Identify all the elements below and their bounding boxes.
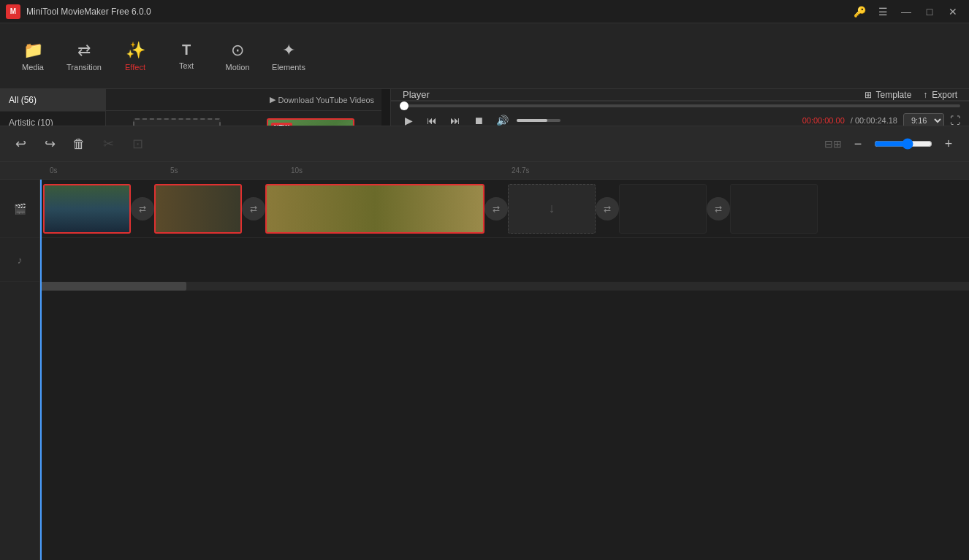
template-button[interactable]: ⊞ Template — [864, 90, 912, 100]
track-content[interactable]: ⇄ ⇄ ⇄ ↓ ⇄ ⇄ — [40, 180, 969, 560]
video-track-label: 🎬 — [0, 180, 39, 238]
tab-media[interactable]: 📁 Media — [7, 31, 58, 82]
minimize-button[interactable]: — — [896, 4, 916, 20]
export-button[interactable]: ↑ Export — [923, 90, 957, 100]
volume-fill — [517, 119, 547, 122]
main-layout: 📁 Media ⇄ Transition ✨ Effect T Text ⊙ M… — [0, 23, 969, 560]
effect-item-none[interactable]: None — [113, 118, 241, 126]
aspect-ratio-select[interactable]: 9:16 16:9 1:1 4:3 — [903, 113, 944, 126]
cut-button[interactable]: ✂ — [96, 132, 120, 156]
sidebar: All (56) Artistic (10) Common (17) Insta… — [0, 89, 106, 126]
timeline-scroll-thumb[interactable] — [40, 282, 186, 291]
empty-slot-1 — [619, 184, 707, 234]
sidebar-item-all[interactable]: All (56) — [0, 89, 105, 112]
ruler-mark-10s: 10s — [291, 166, 303, 174]
audio-track — [40, 238, 969, 282]
volume-slider[interactable] — [517, 119, 560, 122]
next-frame-button[interactable]: ⏭ — [446, 112, 464, 126]
close-button[interactable]: ✕ — [943, 4, 963, 20]
undo-button[interactable]: ↩ — [9, 132, 32, 156]
redo-button[interactable]: ↪ — [38, 132, 61, 156]
delete-button[interactable]: 🗑 — [67, 132, 91, 156]
audio-track-label: ♪ — [0, 238, 39, 282]
app-title: MiniTool MovieMaker Free 6.0.0 — [26, 7, 849, 17]
crop-button[interactable]: ⊡ — [126, 132, 149, 156]
titlebar: M MiniTool MovieMaker Free 6.0.0 🔑 ☰ — □… — [0, 0, 969, 23]
empty-slot-2 — [730, 184, 818, 234]
prev-frame-button[interactable]: ⏮ — [423, 112, 441, 126]
tab-transition[interactable]: ⇄ Transition — [58, 31, 110, 82]
playhead — [40, 180, 42, 560]
transition-icon: ⇄ — [77, 41, 91, 60]
video-track: ⇄ ⇄ ⇄ ↓ ⇄ ⇄ — [40, 180, 969, 238]
effect-area: All (56) Artistic (10) Common (17) Insta… — [0, 89, 390, 126]
controls-row: ▶ ⏮ ⏭ ⏹ 🔊 00:00:00.00 / 00:00:24.18 9:16… — [400, 112, 960, 126]
bottom-toolbar: ↩ ↪ 🗑 ✂ ⊡ ⊟⊞ − + — [0, 126, 969, 162]
download-youtube-button[interactable]: ▶ Download YouTube Videos — [270, 95, 375, 104]
timeline: 0s 5s 10s 24.7s 🎬 ♪ — [0, 162, 969, 560]
tab-text[interactable]: T Text — [161, 31, 212, 82]
effect-grid: None NEW Beauty — [106, 111, 381, 126]
player-controls: ▶ ⏮ ⏭ ⏹ 🔊 00:00:00.00 / 00:00:24.18 9:16… — [391, 101, 969, 126]
main-toolbar: 📁 Media ⇄ Transition ✨ Effect T Text ⊙ M… — [0, 23, 969, 89]
effect-icon: ✨ — [126, 41, 145, 60]
play-button[interactable]: ▶ — [400, 112, 417, 126]
sidebar-item-artistic[interactable]: Artistic (10) — [0, 112, 105, 126]
seek-bar[interactable] — [400, 104, 960, 107]
effect-thumb-beauty: NEW — [267, 118, 354, 126]
time-total: / 00:00:24.18 — [851, 116, 897, 125]
fullscreen-button[interactable]: ⛶ — [950, 115, 960, 126]
track-labels: 🎬 ♪ — [0, 180, 40, 560]
transition-arrow-1[interactable]: ⇄ — [131, 197, 154, 220]
effect-topbar: ▶ Download YouTube Videos — [106, 89, 381, 111]
stop-button[interactable]: ⏹ — [470, 112, 487, 126]
text-icon: T — [182, 42, 191, 58]
zoom-area: ⊟⊞ − + — [824, 132, 960, 156]
toolbar-left: 📁 Media ⇄ Transition ✨ Effect T Text ⊙ M… — [7, 31, 395, 82]
zoom-in-button[interactable]: + — [937, 132, 960, 156]
youtube-icon: ▶ — [270, 95, 276, 104]
ruler-mark-5s: 5s — [170, 166, 178, 174]
maximize-button[interactable]: □ — [919, 4, 940, 20]
ruler-mark-0s: 0s — [50, 166, 58, 174]
clip-rabbit[interactable] — [154, 184, 242, 234]
timeline-tracks: 🎬 ♪ ⇄ ⇄ — [0, 180, 969, 560]
media-icon: 📁 — [23, 41, 43, 60]
zoom-out-button[interactable]: − — [846, 132, 870, 156]
elements-icon: ✦ — [282, 41, 295, 60]
seek-thumb[interactable] — [400, 101, 408, 110]
video-track-icon: 🎬 — [14, 203, 26, 215]
content-area: All (56) Artistic (10) Common (17) Insta… — [0, 89, 969, 126]
effect-grid-area: ▶ Download YouTube Videos None — [106, 89, 381, 126]
transition-arrow-3[interactable]: ⇄ — [484, 197, 508, 220]
zoom-slider[interactable] — [874, 138, 932, 150]
right-area: Player ⊞ Template ↑ Export › — [391, 89, 969, 126]
export-icon: ↑ — [923, 90, 927, 100]
transition-arrow-5[interactable]: ⇄ — [707, 197, 730, 220]
ruler-mark-247s: 24.7s — [512, 166, 529, 174]
timeline-scrollbar[interactable] — [40, 282, 969, 291]
audio-track-icon: ♪ — [18, 254, 23, 266]
app-logo: M — [6, 4, 20, 19]
transition-arrow-4[interactable]: ⇄ — [596, 197, 619, 220]
effect-item-beauty[interactable]: NEW Beauty — [247, 118, 375, 126]
settings-button[interactable]: ☰ — [873, 4, 893, 20]
motion-icon: ⊙ — [231, 41, 244, 60]
player-topbar: Player ⊞ Template ↑ Export — [391, 89, 969, 101]
empty-slot-download[interactable]: ↓ — [508, 184, 596, 234]
clip-dogs[interactable] — [265, 184, 484, 234]
scroll-track[interactable] — [381, 89, 390, 126]
volume-button[interactable]: 🔊 — [493, 112, 511, 126]
new-badge-beauty: NEW — [271, 123, 292, 126]
tab-effect[interactable]: ✨ Effect — [110, 31, 161, 82]
template-icon: ⊞ — [864, 90, 872, 100]
time-current: 00:00:00.00 — [802, 116, 845, 125]
key-button[interactable]: 🔑 — [849, 4, 870, 20]
player-label: Player — [403, 89, 853, 100]
zoom-indicator-icon: ⊟⊞ — [824, 138, 842, 150]
tab-elements[interactable]: ✦ Elements — [263, 31, 314, 82]
window-controls: 🔑 ☰ — □ ✕ — [849, 4, 963, 20]
tab-motion[interactable]: ⊙ Motion — [212, 31, 263, 82]
transition-arrow-2[interactable]: ⇄ — [242, 197, 265, 220]
clip-mountain[interactable] — [43, 184, 131, 234]
